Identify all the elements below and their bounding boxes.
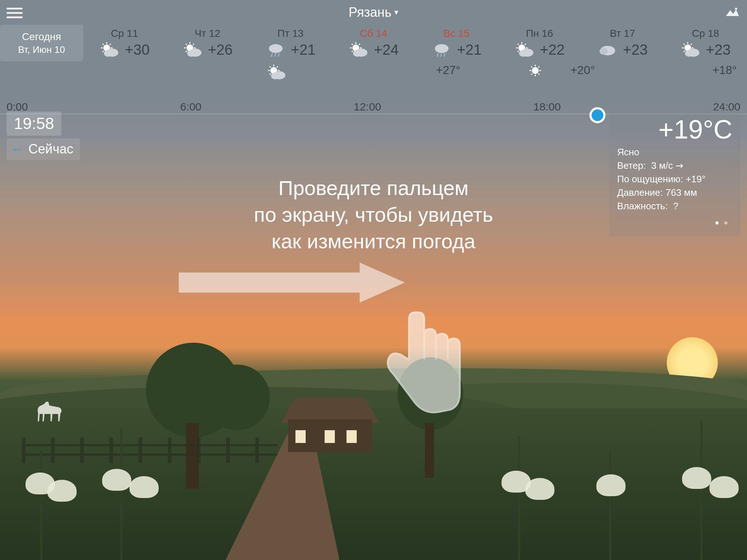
hour-point — [516, 63, 560, 81]
partly-cloudy-icon — [680, 41, 701, 58]
now-label: Сейчас — [28, 141, 73, 157]
wind-direction-icon: ↗ — [673, 159, 686, 172]
partly-cloudy-icon — [182, 41, 203, 58]
rain-icon — [431, 41, 452, 58]
now-button[interactable]: ← Сейчас — [7, 139, 80, 160]
forecast-day[interactable]: Сб 14+24 — [332, 25, 415, 61]
svg-point-65 — [685, 50, 693, 57]
svg-point-37 — [353, 50, 361, 57]
svg-line-40 — [441, 53, 442, 57]
svg-line-6 — [103, 44, 104, 45]
hour-tick: 18:00 — [533, 101, 561, 113]
svg-line-25 — [275, 53, 276, 57]
forecast-day-today[interactable]: СегодняВт, Июн 10 — [0, 25, 83, 61]
svg-line-63 — [691, 44, 692, 45]
hour-tick: 12:00 — [354, 101, 381, 113]
svg-point-38 — [435, 44, 448, 53]
selected-time: 19:58 — [7, 112, 61, 136]
svg-line-26 — [278, 53, 279, 57]
tutorial-text: Проведите пальцем по экрану, чтобы увиде… — [173, 175, 574, 254]
svg-line-85 — [538, 66, 539, 67]
current-temperature: +19°C — [617, 114, 732, 144]
hour-point: +27° — [426, 63, 470, 77]
svg-line-8 — [103, 51, 104, 52]
hour-point — [255, 63, 298, 81]
svg-line-83 — [538, 74, 539, 75]
feels-line: По ощущению: +19° — [617, 174, 732, 185]
cloudy-icon — [597, 41, 618, 58]
forecast-strip[interactable]: СегодняВт, Июн 10Ср 11+30Чт 12+26Пт 13+2… — [0, 25, 747, 61]
swipe-arrow-icon — [179, 262, 405, 303]
svg-line-73 — [270, 74, 271, 75]
svg-line-34 — [352, 51, 353, 52]
svg-line-20 — [193, 44, 194, 45]
forecast-day[interactable]: Чт 12+26 — [166, 25, 249, 61]
partly-cloudy-icon — [99, 41, 120, 58]
sunny-icon — [528, 63, 548, 81]
partly-cloudy-icon — [348, 41, 369, 58]
chevron-down-icon: ▾ — [394, 8, 398, 17]
svg-line-47 — [518, 44, 519, 45]
svg-line-62 — [684, 51, 685, 52]
hour-tick: 0:00 — [7, 101, 28, 113]
svg-point-54 — [599, 48, 607, 55]
forecast-day[interactable]: Пн 16+22 — [498, 25, 581, 61]
partly-cloudy-icon — [266, 63, 287, 81]
forecast-day[interactable]: Ср 18+23 — [664, 25, 747, 61]
svg-line-60 — [684, 44, 685, 45]
menu-button[interactable] — [7, 5, 23, 20]
pressure-line: Давление: 763 мм — [617, 187, 732, 198]
forecast-day[interactable]: Ср 11+30 — [83, 25, 166, 61]
location-name: Рязань — [349, 5, 391, 20]
swipe-hand-icon — [372, 303, 467, 427]
svg-line-84 — [531, 74, 532, 75]
forecast-day[interactable]: Вс 15+21 — [415, 25, 498, 61]
svg-line-17 — [186, 44, 187, 45]
svg-line-39 — [437, 53, 438, 57]
forecast-day[interactable]: Вт 17+23 — [581, 25, 664, 61]
weather-detail-panel[interactable]: +19°C Ясно Ветер: 3 м/с ↗ По ощущению: +… — [609, 109, 740, 237]
svg-line-49 — [518, 51, 519, 52]
svg-line-32 — [352, 44, 353, 45]
humidity-line: Влажность: ? — [617, 201, 732, 212]
landscape-toggle-icon[interactable] — [725, 7, 740, 18]
svg-point-76 — [271, 73, 279, 79]
svg-line-50 — [525, 44, 526, 45]
arrow-left-icon: ← — [10, 141, 25, 157]
svg-line-9 — [110, 44, 111, 45]
location-selector[interactable]: Рязань ▾ — [349, 5, 398, 20]
hour-point: +18° — [703, 63, 747, 77]
wind-line: Ветер: 3 м/с ↗ — [617, 160, 732, 171]
svg-point-22 — [187, 50, 195, 57]
svg-point-52 — [519, 50, 527, 57]
svg-line-74 — [277, 66, 278, 67]
condition: Ясно — [617, 147, 732, 158]
partly-cloudy-icon — [514, 41, 535, 58]
svg-point-0 — [735, 8, 737, 10]
svg-line-71 — [270, 66, 271, 67]
svg-line-24 — [271, 53, 272, 57]
hour-tick: 6:00 — [180, 101, 201, 113]
svg-line-82 — [531, 66, 532, 67]
rain-icon — [266, 41, 286, 58]
svg-line-19 — [186, 51, 187, 52]
hourly-timeline[interactable]: +27°+20°+18° 0:006:0012:0018:0024:00 — [0, 63, 747, 114]
panel-pager[interactable]: ●● — [617, 218, 732, 227]
svg-line-41 — [444, 53, 445, 57]
svg-point-11 — [104, 50, 112, 57]
hour-point: +20° — [561, 63, 604, 77]
svg-point-23 — [269, 44, 282, 53]
svg-line-35 — [359, 44, 360, 45]
svg-point-77 — [532, 67, 539, 74]
forecast-day[interactable]: Пт 13+21 — [249, 25, 332, 61]
